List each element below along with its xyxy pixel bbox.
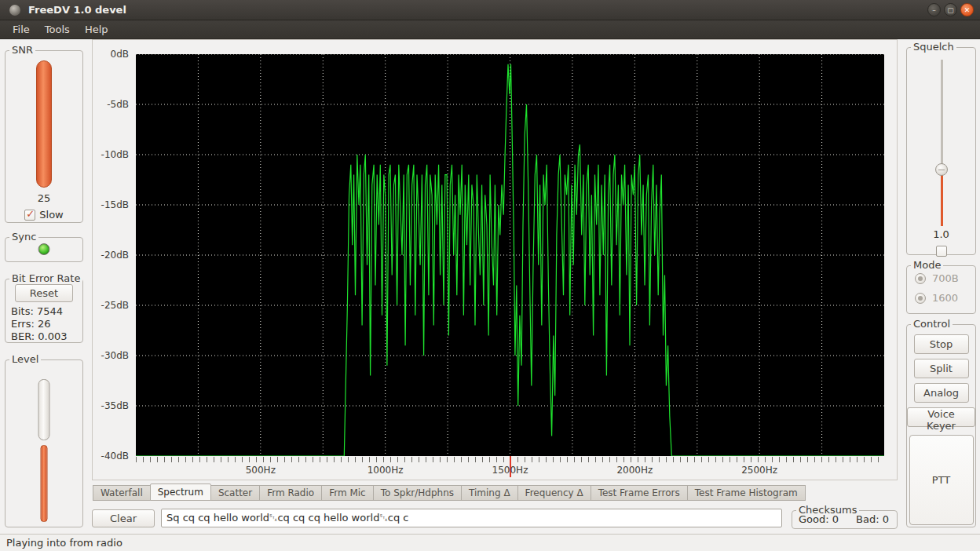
- checksums-good: Good: 0: [799, 513, 839, 525]
- x-axis-labels: 500Hz1000Hz1500Hz2000Hz2500Hz: [136, 465, 884, 477]
- reset-button[interactable]: Reset: [15, 284, 73, 302]
- mode-radio-700b[interactable]: 700B: [915, 272, 959, 284]
- radio-icon: [915, 273, 926, 284]
- y-tick-label: -35dB: [101, 400, 129, 411]
- menu-file[interactable]: File: [13, 20, 30, 38]
- sync-label: Sync: [9, 231, 38, 243]
- y-tick-label: -10dB: [101, 149, 129, 160]
- tab-to-spkr-hdphns[interactable]: To Spkr/Hdphns: [373, 485, 462, 501]
- sync-group: Sync: [5, 237, 83, 262]
- tab-frequency-[interactable]: Frequency Δ: [517, 485, 591, 501]
- bits-count: Bits: 7544: [11, 305, 68, 318]
- menu-bar: File Tools Help: [0, 20, 980, 39]
- ber-label: Bit Error Rate: [9, 272, 82, 284]
- level-label: Level: [9, 353, 41, 365]
- squelch-slider-handle[interactable]: [935, 163, 948, 176]
- close-button[interactable]: ✕: [960, 3, 974, 16]
- check-icon: ✓: [26, 208, 35, 220]
- freedv-window: FreeDV 1.0 devel – ▢ ✕ File Tools Help S…: [0, 0, 980, 551]
- status-text: Playing into from radio: [6, 537, 122, 549]
- spectrum-canvas: [136, 54, 884, 456]
- tab-timing-[interactable]: Timing Δ: [461, 485, 518, 501]
- spectrum-panel: 0dB-5dB-10dB-15dB-20dB-25dB-30dB-35dB-40…: [92, 39, 898, 480]
- level-meter-fill: [41, 445, 48, 522]
- ber-value: BER: 0.003: [11, 330, 68, 343]
- radio-icon: [915, 293, 926, 304]
- y-tick-label: -30dB: [101, 350, 129, 361]
- tab-test-frame-errors[interactable]: Test Frame Errors: [591, 485, 688, 501]
- slow-checkbox-box[interactable]: ✓: [24, 210, 35, 221]
- y-tick-label: -15dB: [101, 199, 129, 210]
- spectrum-plot: [136, 54, 884, 456]
- x-tick-label: 2000Hz: [616, 465, 653, 476]
- mode-radio-1600[interactable]: 1600: [915, 292, 958, 304]
- plot-tabs: WaterfallSpectrumScatterFrm RadioFrm Mic…: [93, 483, 898, 501]
- tab-waterfall[interactable]: Waterfall: [93, 485, 151, 501]
- status-bar: Playing into from radio: [0, 534, 980, 551]
- x-tick-label: 2500Hz: [741, 465, 777, 476]
- squelch-slider-fill: [941, 175, 943, 226]
- snr-gauge: [36, 60, 52, 188]
- analog-button[interactable]: Analog: [914, 383, 969, 403]
- minimize-button[interactable]: –: [927, 3, 941, 16]
- control-group: Control StopSplitAnalogVoice Keyer PTT: [906, 324, 976, 527]
- slow-checkbox[interactable]: ✓ Slow: [5, 209, 82, 221]
- rx-text-input[interactable]: [161, 509, 782, 527]
- window-title: FreeDV 1.0 devel: [28, 4, 126, 16]
- snr-group: SNR 25 ✓ Slow: [5, 50, 83, 223]
- x-tick-label: 500Hz: [246, 465, 276, 476]
- squelch-label: Squelch: [911, 41, 956, 53]
- level-slider-thumb[interactable]: [38, 379, 50, 440]
- sync-led-icon: [38, 243, 50, 255]
- menu-tools[interactable]: Tools: [45, 20, 70, 38]
- x-tick-label: 1500Hz: [492, 465, 528, 476]
- y-tick-label: -5dB: [107, 99, 129, 110]
- y-tick-label: -25dB: [101, 300, 129, 311]
- level-group: Level: [5, 359, 83, 527]
- y-tick-label: -40dB: [101, 451, 129, 462]
- menu-help[interactable]: Help: [85, 20, 108, 38]
- mode-radio-label: 700B: [932, 272, 959, 284]
- y-tick-label: -20dB: [101, 250, 129, 261]
- app-icon: [9, 5, 20, 16]
- mode-label: Mode: [911, 259, 943, 271]
- mode-group: Mode 700B1600: [906, 265, 976, 314]
- voice-keyer-button[interactable]: Voice Keyer: [907, 407, 975, 427]
- snr-value: 25: [5, 192, 82, 204]
- ber-stats: Bits: 7544 Errs: 26 BER: 0.003: [11, 305, 68, 343]
- tab-spectrum[interactable]: Spectrum: [150, 483, 211, 501]
- tab-test-frame-histogram[interactable]: Test Frame Histogram: [687, 485, 806, 501]
- slow-checkbox-label: Slow: [39, 209, 63, 221]
- control-label: Control: [911, 318, 953, 330]
- y-tick-label: 0dB: [111, 49, 129, 60]
- mode-radio-label: 1600: [932, 292, 958, 304]
- y-axis-labels: 0dB-5dB-10dB-15dB-20dB-25dB-30dB-35dB-40…: [93, 54, 132, 456]
- tab-scatter[interactable]: Scatter: [210, 485, 260, 501]
- squelch-group: Squelch 1.0: [906, 47, 976, 255]
- title-bar: FreeDV 1.0 devel – ▢ ✕: [0, 0, 980, 20]
- stop-button[interactable]: Stop: [914, 334, 969, 354]
- ptt-button[interactable]: PTT: [909, 435, 974, 525]
- squelch-value: 1.0: [907, 228, 975, 240]
- checksums-values: Good: 0 Bad: 0: [799, 513, 889, 525]
- bit-error-rate-group: Bit Error Rate Reset Bits: 7544 Errs: 26…: [5, 279, 83, 343]
- tab-frm-mic[interactable]: Frm Mic: [321, 485, 374, 501]
- tab-frm-radio[interactable]: Frm Radio: [259, 485, 322, 501]
- control-buttons: StopSplitAnalogVoice Keyer: [907, 334, 975, 427]
- clear-button[interactable]: Clear: [92, 509, 155, 527]
- maximize-button[interactable]: ▢: [944, 3, 957, 16]
- snr-label: SNR: [9, 44, 35, 56]
- x-tick-label: 1000Hz: [368, 465, 404, 476]
- squelch-checkbox[interactable]: [936, 246, 947, 257]
- window-buttons: – ▢ ✕: [927, 3, 974, 16]
- errors-count: Errs: 26: [11, 318, 68, 330]
- checksums-bad: Bad: 0: [856, 513, 889, 525]
- split-button[interactable]: Split: [914, 359, 969, 378]
- checksums-group: Checksums Good: 0 Bad: 0: [792, 510, 898, 529]
